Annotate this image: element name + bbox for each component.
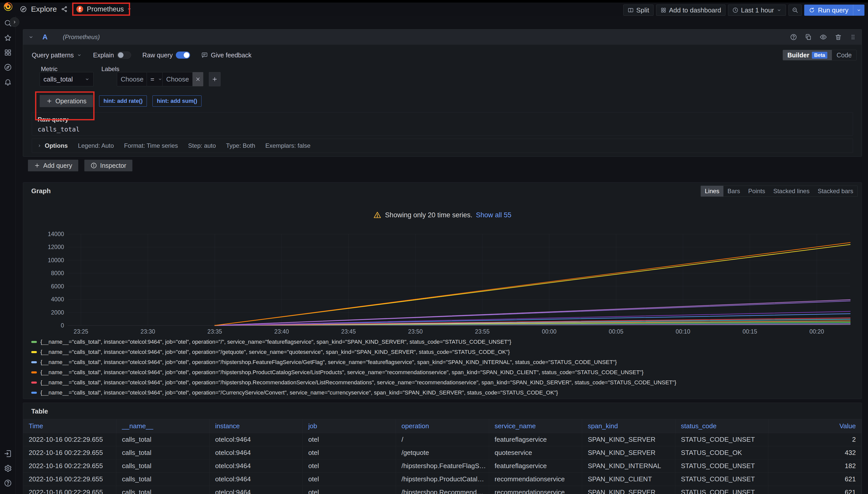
raw-query-toggle[interactable] bbox=[176, 52, 190, 59]
svg-text:00:15: 00:15 bbox=[742, 328, 757, 335]
raw-query-value: calls_total bbox=[38, 126, 847, 133]
explain-toggle[interactable] bbox=[117, 52, 131, 59]
time-series-chart[interactable]: 0200040006000800010000120001400023:2523:… bbox=[23, 220, 862, 337]
table-cell: otelcol:9464 bbox=[210, 473, 303, 486]
graph-mode-stacked-lines[interactable]: Stacked lines bbox=[769, 186, 814, 196]
table-column-header-service-name[interactable]: service_name bbox=[489, 419, 582, 433]
legend-item-4[interactable]: {__name__="calls_total", instance="otelc… bbox=[31, 367, 857, 378]
operations-button[interactable]: Operations bbox=[40, 95, 93, 107]
query-patterns-dropdown[interactable]: Query patterns bbox=[32, 52, 82, 59]
series-limit-warning: Showing only 20 time series. Show all 55 bbox=[23, 211, 862, 219]
svg-text:23:50: 23:50 bbox=[408, 328, 423, 335]
add-query-button[interactable]: Add query bbox=[28, 160, 78, 171]
legend-item-1[interactable]: {__name__="calls_total", instance="otelc… bbox=[31, 337, 857, 347]
builder-mode-button[interactable]: Builder Beta bbox=[783, 50, 832, 60]
chevron-down-icon[interactable] bbox=[853, 7, 865, 13]
table-cell: /hipstershop.FeatureFlagService/GetFlag bbox=[396, 459, 489, 473]
hint-button-1[interactable]: hint: add rate() bbox=[99, 95, 147, 107]
remove-label-filter-button[interactable] bbox=[193, 72, 203, 86]
show-all-series-link[interactable]: Show all 55 bbox=[476, 211, 511, 219]
sidebar-item-signin[interactable] bbox=[0, 446, 16, 461]
table-column-header-instance[interactable]: instance bbox=[210, 419, 303, 433]
run-query-button[interactable]: Run query bbox=[804, 4, 865, 16]
label-value-select[interactable]: Choose bbox=[163, 72, 193, 86]
table-cell: /hipstershop.ProductCatalogService/ListP… bbox=[396, 473, 489, 486]
share-icon[interactable] bbox=[61, 6, 68, 13]
table-column-header-span-kind[interactable]: span_kind bbox=[582, 419, 675, 433]
inspector-button[interactable]: Inspector bbox=[84, 160, 132, 171]
raw-query-label: Raw query bbox=[38, 116, 847, 123]
legend-swatch bbox=[31, 341, 37, 343]
code-mode-button[interactable]: Code bbox=[832, 50, 856, 60]
add-to-dashboard-button[interactable]: Add to dashboard bbox=[656, 4, 725, 16]
trash-icon[interactable] bbox=[835, 34, 842, 41]
legend-item-7[interactable]: {__name__="calls_total", instance="otelc… bbox=[31, 398, 857, 399]
chevron-down-icon bbox=[127, 6, 132, 12]
legend-item-2[interactable]: {__name__="calls_total", instance="otelc… bbox=[31, 347, 857, 357]
drag-handle-icon[interactable] bbox=[849, 34, 856, 41]
graph-mode-bars[interactable]: Bars bbox=[723, 186, 744, 196]
give-feedback-label: Give feedback bbox=[211, 52, 252, 59]
legend-item-5[interactable]: {__name__="calls_total", instance="otelc… bbox=[31, 378, 857, 388]
sidebar-item-compass[interactable] bbox=[0, 60, 16, 75]
chevron-down-icon bbox=[158, 77, 162, 81]
apps-icon bbox=[661, 7, 667, 13]
table-column-header-status-code[interactable]: status_code bbox=[675, 419, 768, 433]
table-cell: /hipstershop.RecommendationService/ListR… bbox=[396, 486, 489, 494]
svg-text:6000: 6000 bbox=[51, 283, 64, 290]
table-cell: 621 bbox=[768, 473, 862, 486]
help-circle-icon[interactable] bbox=[790, 34, 797, 41]
sidebar bbox=[0, 16, 16, 494]
copy-icon[interactable] bbox=[805, 34, 812, 41]
table-column-header-time[interactable]: Time bbox=[23, 419, 116, 433]
table-column-header-job[interactable]: job bbox=[303, 419, 396, 433]
graph-mode-stacked-bars[interactable]: Stacked bars bbox=[814, 186, 857, 196]
label-operator-select[interactable]: = bbox=[147, 72, 163, 86]
datasource-picker[interactable]: Prometheus bbox=[72, 3, 136, 15]
table-cell: otelcol:9464 bbox=[210, 433, 303, 446]
graph-mode-points[interactable]: Points bbox=[744, 186, 769, 196]
legend-item-3[interactable]: {__name__="calls_total", instance="otelc… bbox=[31, 357, 857, 367]
table-column-header--name-[interactable]: __name__ bbox=[116, 419, 210, 433]
table-cell: quoteservice bbox=[489, 446, 582, 459]
sidebar-item-apps[interactable] bbox=[0, 45, 16, 60]
table-column-header-operation[interactable]: operation bbox=[396, 419, 489, 433]
table-column-header-value[interactable]: Value bbox=[768, 419, 862, 433]
table-cell: STATUS_CODE_UNSET bbox=[675, 433, 768, 446]
table-row: 2022-10-16 00:22:29.655calls_totalotelco… bbox=[23, 446, 862, 459]
operations-label: Operations bbox=[55, 97, 86, 105]
chevron-right-icon bbox=[12, 20, 17, 25]
give-feedback-button[interactable]: Give feedback bbox=[201, 52, 252, 59]
legend-swatch bbox=[31, 351, 37, 353]
sidebar-item-gear[interactable] bbox=[0, 461, 16, 476]
add-label-filter-button[interactable] bbox=[209, 72, 220, 86]
code-label: Code bbox=[836, 52, 852, 59]
chevron-down-icon[interactable] bbox=[28, 34, 34, 40]
table-cell: SPAN_KIND_CLIENT bbox=[582, 473, 675, 486]
sidebar-item-help[interactable] bbox=[0, 476, 16, 491]
series-limit-warning-text: Showing only 20 time series. bbox=[385, 211, 472, 219]
eye-icon[interactable] bbox=[819, 33, 827, 41]
table-cell: otel bbox=[303, 433, 396, 446]
time-range-picker[interactable]: Last 1 hour bbox=[728, 4, 786, 16]
hint-button-2[interactable]: hint: add sum() bbox=[152, 95, 201, 107]
graph-panel-title: Graph bbox=[31, 187, 51, 195]
graph-mode-lines[interactable]: Lines bbox=[701, 186, 723, 196]
graph-legend: {__name__="calls_total", instance="otelc… bbox=[31, 337, 857, 399]
metric-select[interactable]: calls_total bbox=[40, 72, 93, 86]
zoom-out-button[interactable] bbox=[789, 4, 802, 16]
svg-text:23:25: 23:25 bbox=[74, 328, 88, 335]
sidebar-expand-button[interactable] bbox=[10, 17, 19, 27]
split-button[interactable]: Split bbox=[623, 4, 653, 16]
label-name-select[interactable]: Choose bbox=[117, 72, 147, 86]
legend-item-6[interactable]: {__name__="calls_total", instance="otelc… bbox=[31, 388, 857, 398]
query-row-header[interactable]: A (Prometheus) bbox=[23, 30, 862, 45]
sidebar-item-star[interactable] bbox=[0, 31, 16, 45]
warning-icon bbox=[373, 211, 381, 219]
options-collapse-button[interactable]: Options bbox=[37, 142, 68, 149]
table-cell: otelcol:9464 bbox=[210, 446, 303, 459]
grafana-logo[interactable] bbox=[3, 1, 13, 12]
options-summary-item: Step: auto bbox=[188, 142, 216, 149]
compass-icon bbox=[4, 63, 12, 71]
sidebar-item-bell[interactable] bbox=[0, 75, 16, 89]
